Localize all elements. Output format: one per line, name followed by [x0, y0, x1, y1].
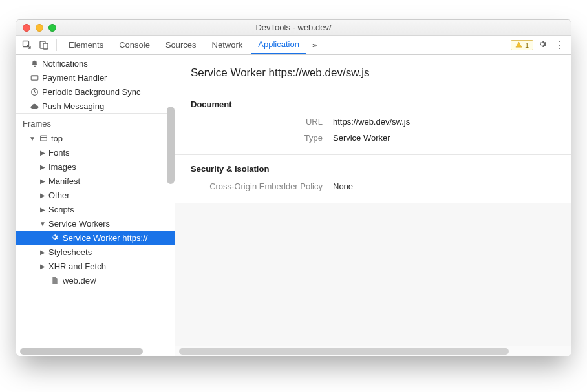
frames-section-header: Frames [16, 113, 175, 131]
tree-label: Stylesheets [48, 247, 92, 257]
coep-value: None [333, 181, 353, 191]
bell-icon [29, 59, 39, 68]
tree-item-service-workers[interactable]: ▼ Service Workers [16, 216, 175, 231]
device-toolbar-icon[interactable] [37, 38, 51, 52]
tree-item-scripts[interactable]: ▶ Scripts [16, 202, 175, 216]
tree-item-fonts[interactable]: ▶ Fonts [16, 145, 175, 160]
chevron-right-icon: ▶ [39, 263, 46, 270]
chevron-right-icon: ▶ [39, 149, 46, 156]
chevron-right-icon: ▶ [39, 163, 46, 170]
sidebar-horizontal-scrollbar[interactable] [16, 347, 175, 356]
chevron-right-icon: ▶ [39, 178, 46, 185]
tab-elements[interactable]: Elements [62, 36, 110, 54]
tree-item-images[interactable]: ▶ Images [16, 160, 175, 174]
chevron-down-icon: ▼ [39, 220, 46, 227]
type-value: Service Worker [333, 133, 390, 143]
detail-title: Service Worker https://web.dev/sw.js [175, 55, 571, 90]
tabs-overflow[interactable]: » [308, 36, 321, 54]
main-horizontal-scrollbar[interactable] [175, 346, 571, 356]
section-heading: Security & Isolation [191, 164, 555, 174]
tree-item-other[interactable]: ▶ Other [16, 188, 175, 202]
tab-sources[interactable]: Sources [159, 36, 203, 54]
tree-label: Other [48, 191, 70, 200]
document-section: Document URL https://web.dev/sw.js Type … [175, 90, 571, 154]
sidebar-label: Push Messaging [42, 101, 104, 111]
sidebar-item-notifications[interactable]: Notifications [16, 56, 175, 70]
sidebar-item-periodic-sync[interactable]: Periodic Background Sync [16, 85, 175, 99]
row-url: URL https://web.dev/sw.js [191, 117, 555, 127]
tree-item-xhr[interactable]: ▶ XHR and Fetch [16, 259, 175, 273]
tree-label: Service Worker https:// [63, 233, 147, 243]
clock-icon [29, 88, 39, 96]
tree-label: web.dev/ [63, 276, 96, 285]
tree-item-stylesheets[interactable]: ▶ Stylesheets [16, 245, 175, 259]
devtools-toolbar: Elements Console Sources Network Applica… [16, 36, 571, 55]
application-sidebar: Notifications Payment Handler Periodic B… [16, 55, 175, 356]
tree-item-service-worker-entry[interactable]: Service Worker https:// [16, 231, 175, 245]
gear-icon [50, 234, 60, 242]
devtools-window: DevTools - web.dev/ Elements Console Sou… [16, 19, 571, 356]
tab-console[interactable]: Console [112, 36, 156, 54]
tree-label: Fonts [48, 148, 70, 158]
url-label: URL [191, 117, 333, 127]
chevron-right-icon: ▶ [39, 206, 46, 213]
svg-rect-2 [43, 43, 48, 49]
row-coep: Cross-Origin Embedder Policy None [191, 181, 555, 191]
row-type: Type Service Worker [191, 133, 555, 143]
chevron-down-icon: ▼ [29, 135, 36, 142]
url-value: https://web.dev/sw.js [333, 117, 410, 127]
tab-application[interactable]: Application [251, 36, 306, 54]
more-menu-icon[interactable]: ⋮ [553, 38, 567, 52]
security-section: Security & Isolation Cross-Origin Embedd… [175, 154, 571, 203]
inspect-element-icon[interactable] [20, 38, 34, 52]
type-label: Type [191, 133, 333, 143]
warnings-badge[interactable]: 1 [511, 40, 533, 50]
sidebar-tree: Notifications Payment Handler Periodic B… [16, 55, 175, 347]
frame-detail-panel: Service Worker https://web.dev/sw.js Doc… [175, 55, 571, 356]
tree-label: Service Workers [48, 219, 110, 229]
tab-network[interactable]: Network [206, 36, 250, 54]
svg-rect-6 [40, 136, 47, 141]
sidebar-item-payment[interactable]: Payment Handler [16, 70, 175, 85]
sidebar-item-push[interactable]: Push Messaging [16, 99, 175, 113]
tree-label: XHR and Fetch [48, 262, 106, 271]
sidebar-label: Periodic Background Sync [42, 87, 140, 97]
tree-label: Images [48, 162, 76, 172]
svg-rect-3 [31, 75, 38, 79]
tree-item-manifest[interactable]: ▶ Manifest [16, 174, 175, 188]
tree-item-top[interactable]: ▼ top [16, 131, 175, 145]
document-icon [50, 276, 60, 285]
cloud-icon [29, 102, 39, 110]
sidebar-label: Notifications [42, 59, 88, 68]
frame-icon [38, 134, 48, 143]
tree-label: Manifest [48, 176, 80, 186]
card-icon [29, 74, 39, 82]
chevron-right-icon: ▶ [39, 249, 46, 256]
warning-count: 1 [525, 41, 529, 49]
titlebar: DevTools - web.dev/ [16, 20, 571, 36]
tree-label: top [51, 134, 63, 143]
coep-label: Cross-Origin Embedder Policy [191, 181, 333, 191]
settings-gear-icon[interactable] [536, 38, 550, 52]
window-title: DevTools - web.dev/ [16, 23, 571, 32]
sidebar-scrollbar[interactable] [167, 107, 175, 184]
sidebar-label: Payment Handler [42, 73, 107, 83]
content-area: Notifications Payment Handler Periodic B… [16, 55, 571, 356]
chevron-right-icon: ▶ [39, 192, 46, 199]
section-heading: Document [191, 99, 555, 109]
tree-label: Scripts [48, 205, 74, 214]
tree-item-document[interactable]: web.dev/ [16, 273, 175, 287]
